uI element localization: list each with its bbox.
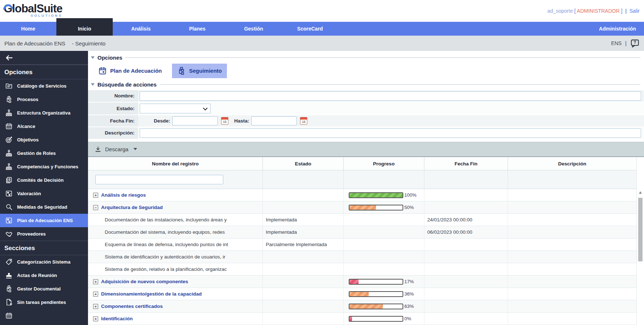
record-name-link[interactable]: Componentes certificados (101, 304, 163, 309)
record-name-link[interactable]: Adquisición de nuevos componentes (101, 279, 188, 284)
sidebar-item-label: Objetivos (17, 137, 39, 143)
scrollbar-thumb[interactable] (638, 198, 643, 261)
sidebar-item-sin-tareas-pendientes[interactable]: Sin tareas pendientes (0, 296, 88, 309)
estado-cell (263, 251, 343, 263)
bracket: [ (574, 8, 576, 14)
fecha-fin-cell: 24/01/2023 00:00:00 (424, 214, 508, 226)
filter-cell (343, 170, 424, 189)
sidebar-item-objetivos[interactable]: Objetivos (0, 133, 88, 147)
descripcion-input[interactable] (140, 128, 641, 138)
expand-toggle-icon[interactable]: + (93, 292, 98, 297)
name-filter-input[interactable] (95, 175, 223, 184)
folder-icon (5, 82, 13, 90)
form-row-descripcion: Descripción: (88, 127, 644, 139)
sidebar-item-procesos[interactable]: Procesos (0, 93, 88, 106)
progress-value: 36% (404, 291, 414, 297)
column-header-progreso[interactable]: Progreso (343, 157, 424, 170)
breadcrumb: Plan de Adecuación ENS - Seguimiento ENS… (0, 36, 644, 51)
sidebar-item-label: Gestor Documental (17, 286, 61, 292)
fecha-fin-cell (424, 300, 508, 312)
table-row: +Identificación0% (88, 313, 637, 325)
collapse-caret-icon[interactable] (91, 56, 95, 59)
nav-item-gestion[interactable]: Gestión (225, 22, 282, 36)
expand-toggle-icon[interactable]: − (93, 205, 98, 210)
sidebar-item-proveedores[interactable]: Proveedores (0, 227, 88, 241)
back-button[interactable] (0, 51, 88, 65)
record-name-link[interactable]: Análisis de riesgos (101, 192, 146, 198)
sidebar-item-partial[interactable] (0, 309, 88, 322)
collapse-caret-icon[interactable] (91, 83, 95, 86)
nav-item-scorecard[interactable]: ScoreCard (282, 22, 338, 36)
sidebar-item-categorizacion-sistema[interactable]: Categorización Sistema (0, 255, 88, 269)
table-row: +Análisis de riesgos100% (88, 189, 637, 201)
sidebar-item-competencias-y-funciones[interactable]: Competencias y Funciones (0, 160, 88, 173)
descripcion-cell (508, 251, 636, 263)
vertical-scrollbar[interactable] (638, 190, 643, 325)
chevron-down-icon (203, 106, 208, 111)
expand-toggle-icon[interactable]: + (93, 316, 98, 321)
descripcion-cell (508, 276, 636, 288)
column-header-estado[interactable]: Estado (263, 157, 343, 170)
sidebar-groups: OpcionesCatálogo de ServiciosProcesosEst… (0, 65, 88, 322)
sidebar-item-alcance[interactable]: Alcance (0, 120, 88, 133)
logout-link[interactable]: Salir (629, 8, 640, 14)
fecha-fin-cell (424, 189, 508, 201)
sidebar-item-label: Sin tareas pendientes (17, 300, 66, 305)
expand-toggle-icon[interactable]: + (93, 304, 98, 309)
sidebar-item-actas-de-reunion[interactable]: Actas de Reunión (0, 269, 88, 282)
estado-cell (263, 189, 343, 201)
datepicker-calendar-icon[interactable] (300, 117, 307, 125)
datepicker-calendar-icon[interactable] (221, 117, 228, 125)
doc-plus-icon (5, 298, 13, 306)
progress-bar (349, 205, 403, 210)
nav-item-administracion[interactable]: Administración (599, 26, 644, 32)
estado-select[interactable] (140, 104, 211, 113)
record-name-link[interactable]: Arquitectura de Seguridad (101, 205, 163, 210)
record-name-link[interactable]: Dimensionamiento/gestión de la capacidad (101, 291, 202, 297)
sidebar-item-gestor-documental[interactable]: Gestor Documental (0, 282, 88, 296)
nav-item-inicio[interactable]: Inicio (56, 18, 113, 36)
sidebar-item-plan-de-adecuacion-ens[interactable]: Plan de Adecuación ENS (0, 214, 88, 227)
table-row: Sistema de gestión, relativo a la planif… (88, 263, 637, 276)
column-header-fecha-fin[interactable]: Fecha Fin (424, 157, 508, 170)
sidebar-item-valoracion[interactable]: Valoración (0, 187, 88, 200)
help-icon[interactable]: ? (630, 39, 640, 48)
download-label: Descarga (105, 146, 128, 152)
record-name-link[interactable]: Identificación (101, 316, 133, 321)
estado-cell: Parcialmente Implementada (263, 238, 343, 250)
form-row-estado: Estado: (88, 103, 644, 115)
descripcion-cell (508, 238, 636, 250)
column-header-descripcion[interactable]: Descripción (508, 157, 636, 170)
download-toolbar: Descarga (88, 142, 644, 157)
descripcion-cell (508, 189, 636, 201)
expand-toggle-icon[interactable]: + (93, 193, 98, 198)
hasta-label: Hasta: (234, 118, 249, 124)
expand-toggle-icon[interactable]: + (93, 279, 98, 284)
tab-seguimiento[interactable]: Seguimiento (172, 64, 227, 78)
progress-bar (349, 279, 403, 285)
progress-bar (349, 291, 403, 297)
nav-item-home[interactable]: Home (0, 22, 56, 36)
column-header-nombre-del-registro[interactable]: Nombre del registro (88, 157, 263, 170)
sidebar-item-comites-de-decision[interactable]: Comités de Decisión (0, 173, 88, 187)
fecha-desde-input[interactable] (172, 116, 218, 125)
calendar-icon (98, 67, 107, 75)
estado-cell (263, 263, 343, 275)
nav-item-planes[interactable]: Planes (169, 22, 225, 36)
nav-item-analisis[interactable]: Análisis (113, 22, 169, 36)
scroll-up-arrow-icon[interactable] (639, 191, 642, 194)
download-button[interactable]: Descarga (95, 146, 137, 153)
sidebar-item-label: Categorización Sistema (17, 259, 71, 265)
sidebar-item-catalogo-de-servicios[interactable]: Catálogo de Servicios (0, 79, 88, 93)
progreso-cell (343, 251, 424, 263)
sidebar-item-estructura-organizativa[interactable]: Estructura Organizativa (0, 106, 88, 120)
descripcion-cell (508, 214, 636, 226)
sidebar-item-medidas-de-seguridad[interactable]: Medidas de Seguridad (0, 200, 88, 214)
tab-plan-de-adecuacion[interactable]: Plan de Adecuación (93, 64, 167, 78)
table-row: −Arquitectura de Seguridad50% (88, 201, 637, 214)
field-label: Nombre: (88, 90, 138, 102)
sidebar-item-gestion-de-roles[interactable]: Gestión de Roles (0, 147, 88, 160)
fecha-hasta-input[interactable] (251, 116, 297, 125)
nombre-input[interactable] (140, 91, 641, 101)
record-name-cell: +Adquisición de nuevos componentes (88, 276, 263, 288)
